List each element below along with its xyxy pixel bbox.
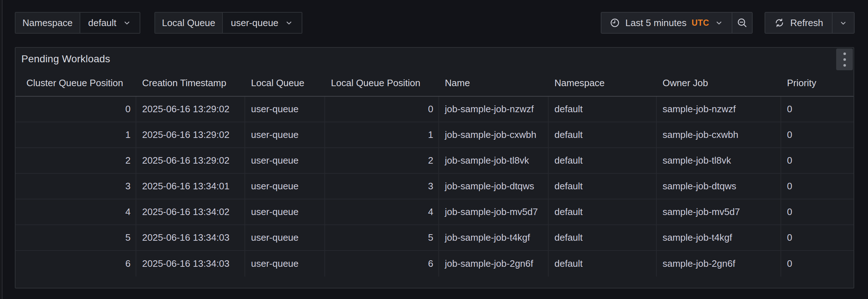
variable-local-queue-select[interactable]: user-queue — [223, 13, 302, 33]
table-cell: user-queue — [245, 174, 325, 199]
panel-menu-button[interactable] — [836, 49, 853, 70]
panel-pending-workloads: Pending Workloads Cluster Queue Position… — [15, 47, 854, 289]
variable-namespace-label: Namespace — [16, 13, 80, 33]
table-cell: 5 — [325, 225, 439, 251]
chevron-down-icon — [714, 18, 724, 28]
column-header-local-queue-position[interactable]: Local Queue Position — [325, 77, 439, 89]
table-cell: user-queue — [245, 225, 325, 251]
sync-icon — [774, 17, 785, 28]
time-range-label: Last 5 minutes — [625, 17, 686, 29]
table-cell: default — [549, 225, 657, 251]
table-cell: user-queue — [245, 148, 325, 174]
table-cell: user-queue — [245, 122, 325, 148]
pending-workloads-table: Cluster Queue Position Creation Timestam… — [16, 70, 854, 277]
variable-local-queue: Local Queue user-queue — [154, 12, 302, 34]
chevron-down-icon — [284, 18, 294, 28]
table-cell: job-sample-job-dtqws — [439, 174, 549, 199]
table-cell: sample-job-cxwbh — [657, 122, 781, 148]
time-range-picker[interactable]: Last 5 minutes UTC — [601, 13, 732, 33]
table-cell: 5 — [16, 225, 136, 251]
table-cell: 4 — [325, 199, 439, 225]
table-cell: 3 — [325, 174, 439, 199]
variable-local-queue-value: user-queue — [231, 17, 278, 29]
table-cell: sample-job-nzwzf — [657, 97, 781, 122]
kebab-vertical-icon — [843, 52, 846, 55]
dashboard-toolbar: Namespace default Local Queue user-queue… — [15, 12, 855, 34]
panel-header: Pending Workloads — [16, 48, 854, 70]
refresh-group: Refresh — [765, 12, 855, 34]
table-cell: user-queue — [245, 199, 325, 225]
table-cell: 0 — [781, 97, 854, 122]
toolbar-spacer — [316, 12, 601, 34]
table-cell: 3 — [16, 174, 136, 199]
column-header-cluster-queue-position[interactable]: Cluster Queue Position — [16, 77, 136, 89]
table-cell: default — [549, 199, 657, 225]
table-cell: sample-job-mv5d7 — [657, 199, 781, 225]
table-cell: 0 — [781, 225, 854, 251]
table-cell: default — [549, 251, 657, 277]
grafana-dashboard: Namespace default Local Queue user-queue… — [0, 0, 868, 299]
variable-namespace-select[interactable]: default — [80, 13, 140, 33]
column-header-namespace[interactable]: Namespace — [549, 77, 657, 89]
table-cell: default — [549, 148, 657, 174]
magnifier-minus-icon — [736, 17, 748, 29]
table-cell: 2 — [16, 148, 136, 174]
table-cell: user-queue — [245, 97, 325, 122]
refresh-label: Refresh — [790, 17, 823, 29]
panel-title: Pending Workloads — [21, 53, 110, 65]
table-cell: 2 — [325, 148, 439, 174]
table-cell: sample-job-tl8vk — [657, 148, 781, 174]
table-cell: 0 — [16, 97, 136, 122]
time-zoom-out-button[interactable] — [732, 13, 752, 33]
variable-local-queue-label: Local Queue — [155, 13, 223, 33]
table-cell: default — [549, 174, 657, 199]
table-cell: 2025-06-16 13:34:03 — [136, 251, 245, 277]
table-cell: 2025-06-16 13:34:03 — [136, 225, 245, 251]
variable-namespace-value: default — [88, 17, 116, 29]
table-header-row: Cluster Queue Position Creation Timestam… — [16, 70, 854, 97]
table-cell: job-sample-job-mv5d7 — [439, 199, 549, 225]
table-cell: default — [549, 97, 657, 122]
table-cell: 0 — [781, 122, 854, 148]
table-cell: sample-job-dtqws — [657, 174, 781, 199]
table-cell: job-sample-job-nzwzf — [439, 97, 549, 122]
table-cell: 1 — [16, 122, 136, 148]
table-cell: 0 — [781, 174, 854, 199]
table-cell: 0 — [781, 199, 854, 225]
table-cell: job-sample-job-t4kgf — [439, 225, 549, 251]
chevron-down-icon — [122, 18, 132, 28]
refresh-interval-dropdown[interactable] — [833, 13, 854, 33]
table-cell: 2025-06-16 13:34:01 — [136, 174, 245, 199]
table-cell: 6 — [16, 251, 136, 277]
column-header-creation-timestamp[interactable]: Creation Timestamp — [136, 77, 245, 89]
table-cell: job-sample-job-cxwbh — [439, 122, 549, 148]
table-cell: 0 — [325, 97, 439, 122]
table-cell: 0 — [781, 148, 854, 174]
window-left-edge — [0, 0, 3, 299]
table-cell: default — [549, 122, 657, 148]
timezone-badge: UTC — [692, 18, 709, 28]
column-header-priority[interactable]: Priority — [781, 77, 854, 89]
table-cell: sample-job-t4kgf — [657, 225, 781, 251]
refresh-button[interactable]: Refresh — [765, 13, 832, 33]
table-cell: 4 — [16, 199, 136, 225]
time-picker-group: Last 5 minutes UTC — [601, 12, 753, 34]
variable-namespace: Namespace default — [15, 12, 140, 34]
table-cell: 2025-06-16 13:29:02 — [136, 148, 245, 174]
table-cell: 0 — [781, 251, 854, 277]
table-cell: 2025-06-16 13:29:02 — [136, 97, 245, 122]
chevron-down-icon — [839, 18, 848, 28]
column-header-local-queue[interactable]: Local Queue — [245, 77, 325, 89]
table-cell: user-queue — [245, 251, 325, 277]
column-header-name[interactable]: Name — [439, 77, 549, 89]
table-cell: 2025-06-16 13:29:02 — [136, 122, 245, 148]
table-cell: 1 — [325, 122, 439, 148]
table-cell: job-sample-job-2gn6f — [439, 251, 549, 277]
column-header-owner-job[interactable]: Owner Job — [657, 77, 781, 89]
table-cell: 2025-06-16 13:34:02 — [136, 199, 245, 225]
table-cell: sample-job-2gn6f — [657, 251, 781, 277]
table-body: 02025-06-16 13:29:02user-queue0job-sampl… — [16, 97, 854, 277]
clock-nine-icon — [609, 17, 620, 28]
table-cell: job-sample-job-tl8vk — [439, 148, 549, 174]
table-cell: 6 — [325, 251, 439, 277]
